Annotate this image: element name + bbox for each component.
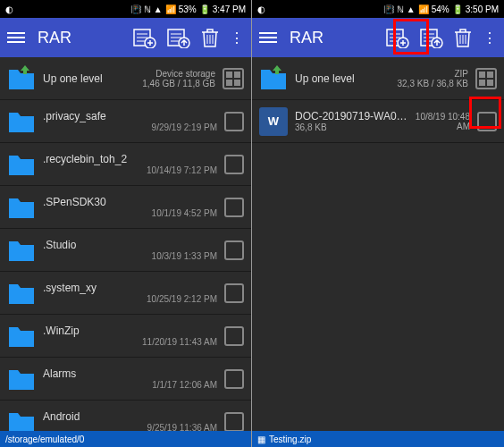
screen-left: ◐ 📳 ℕ ▲ 📶 53% 🔋 3:47 PM RAR ⋮ xyxy=(0,0,252,447)
file-name: DOC-20190719-WA0000.docx xyxy=(295,110,413,122)
battery-percent: 53% xyxy=(179,4,197,14)
file-date: 10/1/19 4:52 PM xyxy=(43,208,217,218)
path-bar[interactable]: ▦ Testing.zip xyxy=(252,431,504,447)
signal-icon: 📶 xyxy=(165,4,176,14)
battery-icon: 🔋 xyxy=(199,4,210,14)
list-item[interactable]: .SPenSDK30 10/1/19 4:52 PM xyxy=(0,186,251,229)
file-date: 10/3/19 1:33 PM xyxy=(43,251,217,261)
list-item[interactable]: Android 9/25/19 11:36 AM xyxy=(0,401,251,431)
file-date: 11/20/19 11:43 AM xyxy=(43,337,217,347)
checkbox[interactable] xyxy=(224,112,244,131)
delete-icon[interactable] xyxy=(454,28,472,47)
battery-percent: 54% xyxy=(432,4,449,14)
checkbox[interactable] xyxy=(224,412,244,432)
view-grid-button[interactable] xyxy=(223,68,244,89)
file-list[interactable]: Up one level Device storage 1,46 GB / 11… xyxy=(0,57,251,431)
up-label: Up one level xyxy=(295,72,355,85)
archive-icon: ▦ xyxy=(257,434,265,444)
list-item[interactable]: .system_xy 10/25/19 2:12 PM xyxy=(0,272,251,315)
file-name: Alarms xyxy=(43,367,217,380)
list-item[interactable]: .Studio 10/3/19 1:33 PM xyxy=(0,229,251,272)
file-name: .Studio xyxy=(43,239,217,251)
delete-icon[interactable] xyxy=(201,28,219,47)
menu-icon[interactable] xyxy=(7,32,25,43)
app-indicator-icon: ◐ xyxy=(5,4,13,14)
file-name: .WinZip xyxy=(43,325,217,337)
file-date: 1/1/17 12:06 AM xyxy=(43,380,217,390)
storage-label: ZIP xyxy=(454,69,468,79)
folder-up-icon xyxy=(259,66,288,91)
app-title: RAR xyxy=(38,29,126,47)
more-icon[interactable]: ⋮ xyxy=(230,30,244,46)
add-archive-icon[interactable] xyxy=(133,27,156,48)
file-date: 10/25/19 2:12 PM xyxy=(43,294,217,304)
list-item[interactable]: .privacy_safe 9/29/19 2:19 PM xyxy=(0,100,251,143)
time: 3:50 PM xyxy=(466,4,499,14)
file-name: Android xyxy=(43,410,217,423)
path-text: /storage/emulated/0 xyxy=(5,434,84,444)
up-label: Up one level xyxy=(43,72,103,85)
checkbox[interactable] xyxy=(477,112,497,131)
checkbox[interactable] xyxy=(224,155,244,174)
up-one-level-row[interactable]: Up one level Device storage 1,46 GB / 11… xyxy=(0,57,251,100)
list-item[interactable]: .WinZip 11/20/19 11:43 AM xyxy=(0,315,251,358)
storage-label: Device storage xyxy=(155,69,215,79)
status-bar: ◐ 📳 ℕ ▲ 📶 53% 🔋 3:47 PM xyxy=(0,0,251,18)
storage-size: 32,3 KB / 36,8 KB xyxy=(398,79,469,89)
signal-icon: 📶 xyxy=(418,4,429,14)
app-bar: RAR ⋮ xyxy=(252,18,504,57)
app-bar: RAR ⋮ xyxy=(0,18,251,57)
file-date: 9/29/19 2:19 PM xyxy=(43,122,217,132)
file-name: .SPenSDK30 xyxy=(43,196,217,208)
file-date: 9/25/19 11:36 AM xyxy=(43,423,217,431)
list-item[interactable]: W DOC-20190719-WA0000.docx 36,8 KB 10/8/… xyxy=(252,100,504,143)
folder-icon xyxy=(7,409,36,432)
extract-archive-icon[interactable] xyxy=(420,27,443,48)
file-size: 36,8 KB xyxy=(295,122,413,132)
path-bar[interactable]: /storage/emulated/0 xyxy=(0,431,251,447)
extract-archive-icon[interactable] xyxy=(167,27,190,48)
time: 3:47 PM xyxy=(213,4,246,14)
nfc-icon: ℕ xyxy=(397,4,404,14)
folder-icon xyxy=(7,195,36,220)
folder-up-icon xyxy=(7,66,36,91)
wifi-icon: ▲ xyxy=(407,4,416,14)
view-grid-button[interactable] xyxy=(475,68,497,89)
checkbox[interactable] xyxy=(224,326,244,346)
folder-icon xyxy=(7,281,36,306)
vibrate-icon: 📳 xyxy=(130,4,141,14)
file-name: .system_xy xyxy=(43,282,217,294)
status-bar: ◐ 📳 ℕ ▲ 📶 54% 🔋 3:50 PM xyxy=(252,0,504,18)
vibrate-icon: 📳 xyxy=(383,4,394,14)
file-list[interactable]: Up one level ZIP 32,3 KB / 36,8 KB W DOC… xyxy=(252,57,504,431)
file-name: .privacy_safe xyxy=(43,110,217,122)
checkbox[interactable] xyxy=(224,283,244,303)
folder-icon xyxy=(7,152,36,177)
folder-icon xyxy=(7,109,36,134)
wifi-icon: ▲ xyxy=(154,4,163,14)
folder-icon xyxy=(7,367,36,392)
file-date: 10/8/19 10:48 AM xyxy=(413,112,470,131)
add-archive-icon[interactable] xyxy=(386,27,409,48)
file-name: .recyclebin_toh_2 xyxy=(43,153,217,165)
list-item[interactable]: Alarms 1/1/17 12:06 AM xyxy=(0,358,251,401)
nfc-icon: ℕ xyxy=(144,4,151,14)
list-item[interactable]: .recyclebin_toh_2 10/14/19 7:12 PM xyxy=(0,143,251,186)
battery-icon: 🔋 xyxy=(452,4,463,14)
path-text: Testing.zip xyxy=(269,434,311,444)
up-one-level-row[interactable]: Up one level ZIP 32,3 KB / 36,8 KB xyxy=(252,57,504,100)
menu-icon[interactable] xyxy=(259,32,277,43)
folder-icon xyxy=(7,238,36,263)
docx-icon: W xyxy=(259,107,288,136)
folder-icon xyxy=(7,324,36,349)
storage-size: 1,46 GB / 11,8 GB xyxy=(142,79,215,89)
checkbox[interactable] xyxy=(224,198,244,217)
app-title: RAR xyxy=(290,29,379,47)
screen-right: ◐ 📳 ℕ ▲ 📶 54% 🔋 3:50 PM RAR ⋮ xyxy=(252,0,504,447)
file-date: 10/14/19 7:12 PM xyxy=(43,165,217,175)
checkbox[interactable] xyxy=(224,369,244,389)
more-icon[interactable]: ⋮ xyxy=(483,30,497,46)
checkbox[interactable] xyxy=(224,240,244,260)
app-indicator-icon: ◐ xyxy=(257,4,265,14)
